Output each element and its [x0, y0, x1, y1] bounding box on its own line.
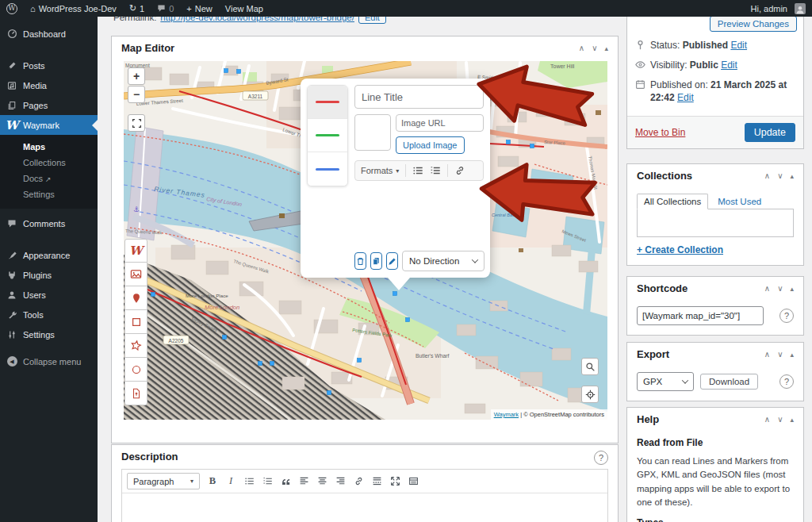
draw-marker-button[interactable]	[124, 286, 147, 310]
update-button[interactable]: Update	[745, 123, 795, 142]
edit-status-link[interactable]: Edit	[730, 40, 747, 51]
sidebar-item-tools[interactable]: Tools	[0, 305, 98, 324]
sidebar-item-waymark[interactable]: W Waymark	[0, 115, 98, 135]
line-description-body[interactable]	[354, 181, 484, 249]
move-down-icon[interactable]: ∨	[777, 350, 783, 359]
locate-button[interactable]	[581, 386, 599, 403]
paragraph-select[interactable]: Paragraph▾	[127, 473, 200, 489]
bullet-list-button[interactable]	[243, 475, 255, 487]
blockquote-button[interactable]	[280, 475, 291, 487]
move-down-icon[interactable]: ∨	[777, 284, 783, 293]
bold-button[interactable]: B	[207, 475, 218, 487]
panel-toggle-icon[interactable]: ▴	[790, 285, 794, 293]
swatch-blue[interactable]	[308, 152, 347, 186]
move-up-icon[interactable]: ∧	[764, 415, 770, 424]
move-down-icon[interactable]: ∨	[777, 415, 783, 424]
new-menu[interactable]: + New	[180, 0, 218, 17]
panel-toggle-icon[interactable]: ▴	[604, 44, 608, 52]
updates-menu[interactable]: ↻ 1	[123, 0, 151, 17]
delete-line-button[interactable]	[354, 252, 366, 270]
panel-toggle-icon[interactable]: ▴	[790, 416, 794, 424]
sidebar-item-comments[interactable]: Comments	[0, 213, 98, 233]
collections-list-box[interactable]	[637, 209, 794, 237]
collapse-menu-button[interactable]: ◀ Collapse menu	[0, 351, 98, 371]
submenu-item-maps[interactable]: Maps	[0, 139, 98, 155]
create-collection-link[interactable]: + Create Collection	[637, 244, 723, 255]
bullet-list-button[interactable]	[412, 165, 423, 176]
description-text-area[interactable]	[122, 493, 607, 522]
line-title-input[interactable]	[354, 85, 484, 109]
direction-select[interactable]: No Direction	[402, 251, 485, 271]
italic-button[interactable]: I	[225, 475, 236, 487]
permalink-edit-button[interactable]: Edit	[358, 17, 386, 24]
read-file-button[interactable]	[124, 382, 147, 405]
formats-dropdown[interactable]: Formats▾	[361, 166, 399, 175]
preview-changes-button[interactable]: Preview Changes	[710, 17, 797, 32]
duplicate-line-button[interactable]	[370, 252, 382, 270]
add-photo-button[interactable]	[124, 263, 147, 286]
edit-visibility-link[interactable]: Edit	[721, 59, 737, 71]
align-right-button[interactable]	[335, 475, 346, 487]
shortcode-input[interactable]	[637, 306, 764, 325]
align-left-button[interactable]	[298, 475, 309, 487]
sidebar-item-settings[interactable]: Settings	[0, 324, 98, 344]
view-map-link[interactable]: View Map	[219, 0, 270, 17]
comments-menu[interactable]: 0	[151, 0, 180, 17]
shortcode-help-button[interactable]: ?	[779, 309, 794, 323]
zoom-out-button[interactable]: −	[128, 86, 145, 103]
tab-most-used[interactable]: Most Used	[718, 197, 761, 206]
waymark-attribution-link[interactable]: Waymark	[494, 411, 519, 418]
read-more-button[interactable]	[371, 475, 382, 487]
move-up-icon[interactable]: ∧	[764, 350, 770, 359]
sidebar-item-dashboard[interactable]: Dashboard	[0, 24, 98, 44]
submenu-item-docs[interactable]: Docs↗	[0, 171, 98, 186]
numbered-list-button[interactable]	[430, 165, 441, 176]
wordpress-logo-icon[interactable]: W	[0, 0, 24, 17]
fullscreen-button[interactable]	[128, 114, 145, 132]
swatch-red[interactable]	[308, 86, 347, 119]
submenu-item-settings[interactable]: Settings	[0, 186, 98, 202]
site-menu[interactable]: ⌂ WordPress Joe-Dev	[24, 0, 123, 17]
draw-polygon-button[interactable]	[124, 334, 147, 358]
move-up-icon[interactable]: ∧	[764, 171, 770, 180]
move-up-icon[interactable]: ∧	[579, 44, 584, 52]
sidebar-item-appearance[interactable]: Appearance	[0, 245, 98, 265]
tab-all-collections[interactable]: All Collections	[637, 194, 708, 209]
draw-rectangle-button[interactable]	[124, 310, 147, 334]
help-body-text: You can read Lines and Markers from GPX,…	[637, 455, 794, 509]
panel-toggle-icon[interactable]: ▴	[790, 172, 794, 180]
align-center-button[interactable]	[316, 475, 327, 487]
panel-toggle-icon[interactable]: ▴	[790, 351, 794, 359]
upload-image-button[interactable]: Upload Image	[396, 136, 465, 154]
toolbar-toggle-button[interactable]	[408, 475, 419, 487]
sidebar-item-pages[interactable]: Pages	[0, 95, 98, 115]
move-to-bin-link[interactable]: Move to Bin	[635, 127, 685, 138]
image-preview-box[interactable]	[354, 114, 391, 151]
sidebar-item-plugins[interactable]: Plugins	[0, 265, 98, 285]
sidebar-item-media[interactable]: Media	[0, 75, 98, 95]
move-down-icon[interactable]: ∨	[592, 44, 597, 52]
numbered-list-button[interactable]	[262, 475, 273, 487]
description-help-button[interactable]: ?	[594, 451, 608, 465]
link-button[interactable]	[353, 475, 364, 487]
draw-circle-button[interactable]	[124, 358, 147, 382]
edit-published-link[interactable]: Edit	[677, 92, 694, 103]
fullscreen-button[interactable]	[389, 475, 400, 487]
link-button[interactable]	[454, 165, 465, 176]
map-search-button[interactable]	[581, 358, 599, 375]
swatch-green[interactable]	[308, 119, 347, 152]
waymark-edit-button[interactable]: W	[124, 239, 147, 263]
map-canvas[interactable]: ⚓ A3211 A2205 Monument Lower Thames Stre…	[124, 61, 607, 420]
export-format-select[interactable]: GPX	[637, 372, 694, 391]
move-down-icon[interactable]: ∨	[777, 171, 783, 180]
edit-line-button[interactable]	[386, 252, 398, 270]
sidebar-item-posts[interactable]: Posts	[0, 56, 98, 75]
export-help-button[interactable]: ?	[779, 374, 794, 389]
download-button[interactable]: Download	[700, 374, 758, 390]
zoom-in-button[interactable]: +	[128, 67, 145, 85]
permalink-link[interactable]: http://joe-dev.local/wordpress/map/tower…	[160, 17, 354, 22]
move-up-icon[interactable]: ∧	[764, 284, 770, 293]
sidebar-item-users[interactable]: Users	[0, 285, 98, 305]
submenu-item-collections[interactable]: Collections	[0, 155, 98, 171]
account-menu[interactable]: Hi, admin	[745, 0, 812, 17]
